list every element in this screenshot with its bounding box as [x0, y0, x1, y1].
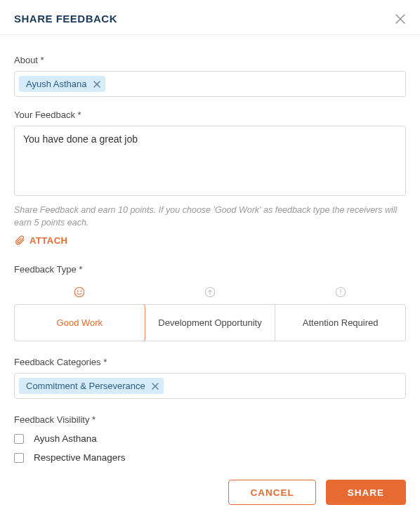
visibility-option-label: Ayush Asthana: [34, 433, 97, 444]
checkbox[interactable]: [14, 434, 24, 444]
visibility-label: Feedback Visibility *: [14, 414, 406, 425]
modal-title: SHARE FEEDBACK: [14, 13, 117, 25]
feedback-textarea[interactable]: [14, 126, 406, 196]
paperclip-icon: [14, 235, 25, 246]
category-chip-text: Commitment & Perseverance: [26, 381, 145, 391]
type-option-attention[interactable]: Attention Required: [275, 305, 405, 341]
remove-chip-icon[interactable]: [93, 80, 101, 88]
visibility-option: Ayush Asthana: [14, 433, 406, 444]
info-circle-icon: [275, 282, 406, 303]
svg-point-6: [81, 291, 81, 291]
svg-point-4: [74, 287, 84, 297]
feedback-type-grid: Good Work Development Opportunity Attent…: [14, 304, 406, 341]
share-button[interactable]: SHARE: [326, 480, 406, 505]
svg-point-5: [77, 291, 78, 291]
category-chip: Commitment & Perseverance: [19, 378, 164, 394]
modal-footer: CANCEL SHARE: [0, 468, 420, 519]
categories-input[interactable]: Commitment & Perseverance: [14, 373, 406, 399]
modal-body: About * Ayush Asthana Your Feedback * Sh…: [0, 35, 420, 468]
remove-chip-icon[interactable]: [151, 382, 159, 390]
categories-label: Feedback Categories *: [14, 357, 406, 367]
checkbox[interactable]: [14, 453, 24, 463]
arrow-up-circle-icon: [145, 282, 275, 303]
modal-header: SHARE FEEDBACK: [0, 0, 420, 35]
feedback-label: Your Feedback *: [14, 110, 406, 120]
share-feedback-modal: SHARE FEEDBACK About * Ayush Asthana You…: [0, 0, 420, 519]
type-option-development[interactable]: Development Opportunity: [145, 305, 275, 341]
visibility-option: Respective Managers: [14, 452, 406, 463]
about-label: About *: [14, 55, 406, 65]
attach-label: ATTACH: [29, 235, 68, 246]
type-icons-row: [14, 282, 406, 303]
about-input[interactable]: Ayush Asthana: [14, 71, 406, 97]
about-chip-text: Ayush Asthana: [26, 79, 87, 89]
feedback-helper-text: Share Feedback and earn 10 points. If yo…: [14, 204, 406, 229]
feedback-type-label: Feedback Type *: [14, 264, 406, 275]
svg-point-10: [340, 294, 341, 295]
about-chip: Ayush Asthana: [19, 76, 105, 92]
type-option-good-work[interactable]: Good Work: [14, 304, 145, 341]
visibility-list: Ayush Asthana Respective Managers Others: [14, 433, 406, 468]
cancel-button[interactable]: CANCEL: [228, 480, 315, 505]
smile-icon: [14, 282, 145, 303]
attach-button[interactable]: ATTACH: [14, 235, 68, 246]
visibility-option-label: Respective Managers: [34, 452, 126, 463]
close-icon[interactable]: [395, 13, 406, 25]
